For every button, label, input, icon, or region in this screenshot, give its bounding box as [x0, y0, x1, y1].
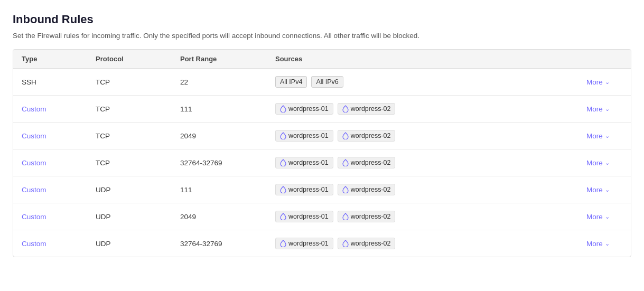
cell-type: Custom [13, 123, 87, 149]
source-tag: wordpress-02 [338, 184, 396, 195]
cell-type: Custom [13, 149, 87, 176]
cell-sources: wordpress-01 wordpress-02 [267, 149, 578, 176]
more-label: More [586, 78, 603, 86]
cell-more: More⌄ [578, 230, 631, 257]
cell-sources: All IPv4All IPv6 [267, 69, 578, 96]
more-label: More [586, 186, 603, 194]
cell-type: SSH [13, 69, 87, 96]
col-header-port: Port Range [172, 50, 267, 69]
source-tag: wordpress-02 [338, 238, 396, 249]
cell-more: More⌄ [578, 96, 631, 123]
chevron-down-icon: ⌄ [605, 106, 610, 112]
source-tag: wordpress-01 [275, 130, 333, 142]
cell-more: More⌄ [578, 149, 631, 176]
cell-port-range: 22 [172, 69, 267, 96]
col-header-protocol: Protocol [87, 50, 172, 69]
cell-protocol: UDP [87, 203, 172, 230]
more-button[interactable]: More⌄ [586, 78, 610, 86]
cell-port-range: 111 [172, 176, 267, 203]
cell-sources: wordpress-01 wordpress-02 [267, 230, 578, 257]
cell-port-range: 32764-32769 [172, 149, 267, 176]
table-row: CustomTCP2049 wordpress-01 wordpress-02M… [13, 123, 631, 149]
cell-protocol: TCP [87, 96, 172, 123]
table-row: CustomUDP2049 wordpress-01 wordpress-02M… [13, 203, 631, 230]
cell-sources: wordpress-01 wordpress-02 [267, 203, 578, 230]
chevron-down-icon: ⌄ [605, 240, 610, 247]
table-row: CustomTCP111 wordpress-01 wordpress-02Mo… [13, 96, 631, 123]
more-button[interactable]: More⌄ [586, 132, 610, 140]
cell-sources: wordpress-01 wordpress-02 [267, 123, 578, 149]
source-tag: wordpress-02 [338, 157, 396, 168]
cell-more: More⌄ [578, 69, 631, 96]
more-label: More [586, 159, 603, 167]
droplet-icon [280, 186, 286, 193]
cell-protocol: UDP [87, 230, 172, 257]
droplet-icon [280, 132, 286, 139]
cell-more: More⌄ [578, 123, 631, 149]
col-header-type: Type [13, 50, 87, 69]
source-tag: All IPv4 [275, 76, 307, 88]
more-label: More [586, 213, 603, 221]
droplet-icon [342, 213, 349, 220]
cell-protocol: TCP [87, 69, 172, 96]
source-tag: wordpress-01 [275, 157, 333, 168]
cell-more: More⌄ [578, 203, 631, 230]
more-button[interactable]: More⌄ [586, 186, 610, 194]
cell-sources: wordpress-01 wordpress-02 [267, 96, 578, 123]
source-tag: wordpress-01 [275, 103, 333, 115]
droplet-icon [342, 132, 349, 139]
table-row: SSHTCP22All IPv4All IPv6More⌄ [13, 69, 631, 96]
more-button[interactable]: More⌄ [586, 105, 610, 113]
cell-port-range: 32764-32769 [172, 230, 267, 257]
col-header-more [578, 50, 631, 69]
inbound-rules-table: Type Protocol Port Range Sources SSHTCP2… [13, 49, 631, 257]
droplet-icon [342, 159, 349, 166]
source-tag: wordpress-01 [275, 211, 333, 222]
droplet-icon [280, 105, 286, 112]
more-label: More [586, 105, 603, 113]
more-button[interactable]: More⌄ [586, 240, 610, 248]
droplet-icon [342, 240, 349, 247]
source-tag: wordpress-01 [275, 184, 333, 195]
more-button[interactable]: More⌄ [586, 213, 610, 221]
cell-sources: wordpress-01 wordpress-02 [267, 176, 578, 203]
table-header-row: Type Protocol Port Range Sources [13, 50, 631, 69]
col-header-sources: Sources [267, 50, 578, 69]
more-label: More [586, 132, 603, 140]
cell-protocol: TCP [87, 123, 172, 149]
cell-type: Custom [13, 230, 87, 257]
source-tag: wordpress-02 [338, 211, 396, 222]
droplet-icon [280, 159, 286, 166]
table-row: CustomUDP32764-32769 wordpress-01 wordpr… [13, 230, 631, 257]
more-label: More [586, 240, 603, 248]
source-tag: wordpress-02 [338, 130, 396, 142]
page-subtitle: Set the Firewall rules for incoming traf… [13, 32, 631, 40]
cell-port-range: 2049 [172, 203, 267, 230]
chevron-down-icon: ⌄ [605, 79, 610, 86]
cell-port-range: 111 [172, 96, 267, 123]
cell-more: More⌄ [578, 176, 631, 203]
source-tag: wordpress-01 [275, 238, 333, 249]
droplet-icon [342, 186, 349, 193]
cell-protocol: UDP [87, 176, 172, 203]
source-tag: wordpress-02 [338, 103, 396, 115]
chevron-down-icon: ⌄ [605, 213, 610, 220]
chevron-down-icon: ⌄ [605, 133, 610, 139]
source-tag: All IPv6 [311, 76, 343, 88]
cell-protocol: TCP [87, 149, 172, 176]
page-title: Inbound Rules [13, 13, 631, 26]
droplet-icon [280, 213, 286, 220]
cell-type: Custom [13, 176, 87, 203]
droplet-icon [342, 105, 349, 112]
cell-type: Custom [13, 203, 87, 230]
table-row: CustomTCP32764-32769 wordpress-01 wordpr… [13, 149, 631, 176]
droplet-icon [280, 240, 286, 247]
more-button[interactable]: More⌄ [586, 159, 610, 167]
cell-type: Custom [13, 96, 87, 123]
table-row: CustomUDP111 wordpress-01 wordpress-02Mo… [13, 176, 631, 203]
cell-port-range: 2049 [172, 123, 267, 149]
chevron-down-icon: ⌄ [605, 159, 610, 166]
chevron-down-icon: ⌄ [605, 186, 610, 193]
